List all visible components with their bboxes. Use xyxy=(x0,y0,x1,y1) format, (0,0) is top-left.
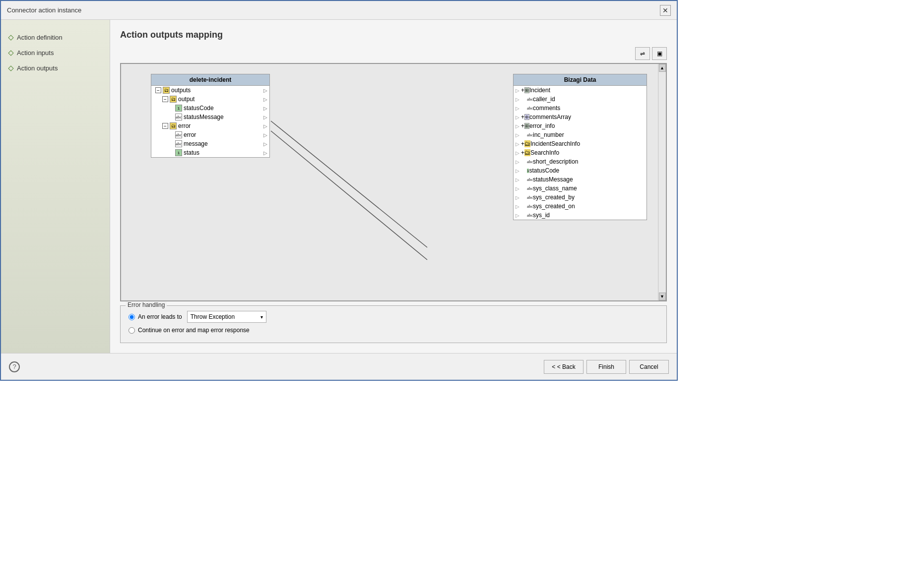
biz-item-sys-id: ▷ abc sys_id xyxy=(514,211,647,220)
biz-item-IncidentSearchInfo: ▷ + 🗂 IncidentSearchInfo xyxy=(514,139,647,148)
folder-icon: 🗂 xyxy=(524,140,530,147)
toolbar-btn-2[interactable]: ▣ xyxy=(652,47,667,60)
biz-item-comments: ▷ abc comments xyxy=(514,104,647,113)
folder-icon: 🗂 xyxy=(163,87,170,94)
sidebar-item-action-definition[interactable]: Action definition xyxy=(1,30,110,45)
scroll-down-btn[interactable]: ▼ xyxy=(659,293,666,300)
footer-left: ? xyxy=(9,361,20,372)
page-title: Action outputs mapping xyxy=(120,30,667,40)
toolbar-row: ⇌ ▣ xyxy=(120,47,667,60)
arrow-icon: ▷ xyxy=(516,177,519,182)
sidebar: Action definition Action inputs Action o… xyxy=(1,20,110,353)
arrow-right-icon: ▷ xyxy=(263,132,267,138)
expand-icon[interactable]: + xyxy=(521,122,524,129)
radio-label-1[interactable]: An error leads to xyxy=(129,313,182,320)
expand-icon[interactable]: + xyxy=(521,140,524,147)
radio-text-1: An error leads to xyxy=(138,313,182,320)
right-tree-panel: Bizagi Data ▷ + ⊞ Incident ▷ abc caller_… xyxy=(513,74,647,220)
abc-icon: abc xyxy=(527,195,533,200)
arrow-icon: ▷ xyxy=(516,88,519,93)
error-row-2: Continue on error and map error response xyxy=(129,327,658,334)
finish-button[interactable]: Finish xyxy=(586,360,626,374)
abc-icon: abc xyxy=(527,106,533,111)
arrow-icon: ▷ xyxy=(516,186,519,191)
biz-item-statusMessage: ▷ abc statusMessage xyxy=(514,175,647,184)
abc-icon: abc xyxy=(527,213,533,218)
back-button[interactable]: < < Back xyxy=(544,360,583,374)
help-button[interactable]: ? xyxy=(9,361,20,372)
item-label: Incident xyxy=(529,87,550,94)
scrollbar[interactable]: ▲ ▼ xyxy=(658,64,666,300)
abc-icon: abc xyxy=(527,204,533,209)
biz-item-sys-created-on: ▷ abc sys_created_on xyxy=(514,202,647,211)
arrow-right-icon: ▷ xyxy=(263,123,267,129)
expand-icon[interactable]: − xyxy=(155,87,161,93)
sidebar-item-action-inputs[interactable]: Action inputs xyxy=(1,45,110,60)
footer-buttons: < < Back Finish Cancel xyxy=(544,360,669,374)
item-label: commentsArray xyxy=(529,114,571,120)
arrow-right-icon: ▷ xyxy=(263,88,267,93)
toolbar-btn-1[interactable]: ⇌ xyxy=(635,47,650,60)
arrow-right-icon: ▷ xyxy=(263,141,267,147)
expand-icon[interactable]: + xyxy=(521,87,524,94)
arrow-right-icon: ▷ xyxy=(263,115,267,120)
item-label: sys_id xyxy=(533,212,550,219)
abc-icon: abc xyxy=(527,160,533,164)
svg-line-1 xyxy=(271,131,427,260)
radio-input-1[interactable] xyxy=(129,314,135,320)
radio-input-2[interactable] xyxy=(129,327,135,334)
arrow-right-icon: ▷ xyxy=(263,106,267,111)
sidebar-item-action-outputs[interactable]: Action outputs xyxy=(1,60,110,76)
scroll-track xyxy=(659,72,666,293)
mapping-container: delete-incident − 🗂 outputs ▷ − 🗂 output… xyxy=(120,63,667,301)
item-label: sys_class_name xyxy=(533,185,577,192)
window-title: Connector action instance xyxy=(7,6,81,14)
mapping-inner: delete-incident − 🗂 outputs ▷ − 🗂 output… xyxy=(121,64,658,300)
arrow-right-icon: ▷ xyxy=(263,150,267,156)
expand-icon[interactable]: + xyxy=(521,149,524,156)
tree-item-error-folder: − 🗂 error ▷ xyxy=(151,121,269,130)
tree-item-output: − 🗂 output ▷ xyxy=(151,95,269,104)
right-panel-header: Bizagi Data xyxy=(514,74,647,86)
expand-icon[interactable]: − xyxy=(162,123,168,129)
item-label: message xyxy=(184,140,208,147)
left-tree-panel: delete-incident − 🗂 outputs ▷ − 🗂 output… xyxy=(151,74,270,158)
item-label: inc_number xyxy=(533,131,564,138)
radio-label-2[interactable]: Continue on error and map error response xyxy=(129,327,250,334)
item-label: statusMessage xyxy=(184,114,224,120)
item-label: caller_id xyxy=(533,96,555,103)
item-label: output xyxy=(178,96,194,103)
item-label: status xyxy=(184,149,199,156)
expand-icon[interactable]: + xyxy=(521,114,524,120)
help-icon: ? xyxy=(12,363,16,370)
item-label: sys_created_by xyxy=(533,194,575,201)
biz-item-incident: ▷ + ⊞ Incident xyxy=(514,86,647,95)
arrow-icon: ▷ xyxy=(516,141,519,147)
error-row-1: An error leads to Throw Exception ▾ xyxy=(129,311,658,323)
main-container: Action definition Action inputs Action o… xyxy=(1,20,677,353)
biz-item-short-description: ▷ abc short_description xyxy=(514,157,647,166)
arrow-right-icon: ▷ xyxy=(263,97,267,102)
table-icon: ⊞ xyxy=(524,123,529,129)
error-handling-legend: Error handling xyxy=(126,301,167,308)
error-handling-box: Error handling An error leads to Throw E… xyxy=(120,305,667,343)
table-icon: ⊞ xyxy=(524,87,529,93)
diamond-icon xyxy=(8,50,13,56)
arrow-icon: ▷ xyxy=(516,150,519,156)
abc-icon: abc xyxy=(527,97,533,102)
arrow-icon: ▷ xyxy=(516,97,519,102)
dropdown-value: Throw Exception xyxy=(191,313,235,320)
close-button[interactable]: ✕ xyxy=(660,5,671,16)
num-icon: 1 xyxy=(175,105,182,112)
item-label: short_description xyxy=(533,158,578,165)
folder-icon: 🗂 xyxy=(170,122,177,129)
cancel-button[interactable]: Cancel xyxy=(629,360,669,374)
error-dropdown[interactable]: Throw Exception ▾ xyxy=(187,311,266,323)
arrow-icon: ▷ xyxy=(516,195,519,200)
scroll-up-btn[interactable]: ▲ xyxy=(659,64,666,72)
item-label: error xyxy=(178,122,191,129)
expand-icon[interactable]: − xyxy=(162,96,168,102)
biz-item-sys-class-name: ▷ abc sys_class_name xyxy=(514,184,647,193)
arrow-icon: ▷ xyxy=(516,159,519,165)
tree-item-statusCode: 1 statusCode ▷ xyxy=(151,104,269,113)
